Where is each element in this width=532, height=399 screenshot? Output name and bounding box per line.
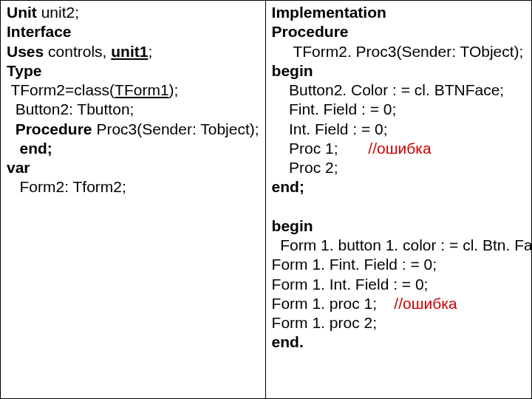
kw-interface: Interface <box>7 23 72 40</box>
txt-f1fint: Form 1. Fint. Field : = 0; <box>272 256 437 273</box>
kw-var: var <box>7 159 30 176</box>
txt-proc2: Proc 2; <box>272 159 338 176</box>
kw-end2: end; <box>272 178 304 195</box>
kw-unit: Unit <box>7 4 37 21</box>
txt-classdecl1: TForm2=class( <box>7 81 115 98</box>
kw-implementation: Implementation <box>272 4 386 21</box>
kw-type: Type <box>7 62 41 79</box>
txt-fintfield: Fint. Field : = 0; <box>272 100 397 117</box>
unit1-ref: unit1 <box>111 43 148 60</box>
comment-error1: //ошибка <box>368 140 431 157</box>
txt-form2: Form2: Tform2; <box>7 178 126 195</box>
kw-procedure: Procedure <box>7 120 92 137</box>
txt-f1proc2: Form 1. proc 2; <box>272 314 377 331</box>
txt-classdecl2: ); <box>169 81 179 98</box>
txt-semi: ; <box>148 43 152 60</box>
txt-proc3: Proc3(Sender: Tobject); <box>92 120 259 137</box>
left-column: Unit unit2; Interface Uses controls, uni… <box>1 1 266 398</box>
txt-proc1: Proc 1; <box>272 140 369 157</box>
txt-button2: Button2: Tbutton; <box>7 100 134 117</box>
txt-f1proc1: Form 1. proc 1; <box>272 295 395 312</box>
kw-begin2: begin <box>272 217 313 234</box>
comment-error2: //ошибка <box>394 295 457 312</box>
kw-end: end; <box>7 140 52 157</box>
txt-f1int: Form 1. Int. Field : = 0; <box>272 276 429 293</box>
tform1-ref: TForm1 <box>115 81 169 98</box>
txt-uses1: controls, <box>44 43 111 60</box>
txt-unit2: unit2; <box>37 4 79 21</box>
txt-btn2color: Button2. Color : = cl. BTNFace; <box>272 81 505 98</box>
kw-endfinal: end. <box>272 333 304 350</box>
kw-procedure2: Procedure <box>272 23 349 40</box>
txt-proc3sig: TForm2. Proc3(Sender: TObject); <box>272 43 524 60</box>
right-column: Implementation Procedure TForm2. Proc3(S… <box>266 1 532 398</box>
code-slide: Unit unit2; Interface Uses controls, uni… <box>0 0 532 399</box>
kw-begin: begin <box>272 62 313 79</box>
txt-f1btn1: Form 1. button 1. color : = cl. Btn. Fac… <box>272 236 532 253</box>
kw-uses: Uses <box>7 43 44 60</box>
txt-intfield: Int. Field : = 0; <box>272 120 388 137</box>
